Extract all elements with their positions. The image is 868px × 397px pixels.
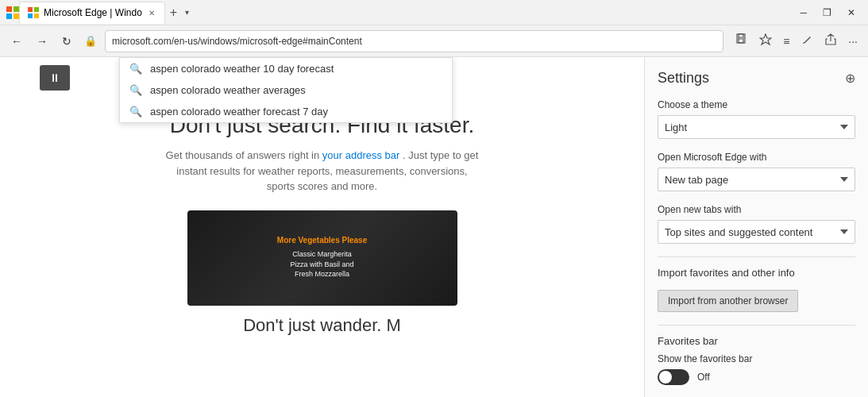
url-text: microsoft.com/en-us/windows/microsoft-ed… xyxy=(112,36,716,47)
forward-button[interactable]: → xyxy=(32,32,52,51)
import-button[interactable]: Import from another browser xyxy=(658,290,798,312)
title-bar: Microsoft Edge | Windo ✕ + ▾ ─ ❐ ✕ xyxy=(0,0,868,25)
open-with-label: Open Microsoft Edge with xyxy=(658,152,855,163)
svg-rect-0 xyxy=(6,6,12,12)
back-button[interactable]: ← xyxy=(6,32,27,51)
share-icon xyxy=(824,33,837,46)
favorites-toggle-row: Off xyxy=(658,369,855,385)
reading-list-icon xyxy=(735,33,748,46)
search-icon-0: 🔍 xyxy=(129,63,142,75)
star-icon xyxy=(759,33,772,46)
preview-title: More Vegetables Please xyxy=(277,236,367,245)
window-controls: ─ ❐ ✕ xyxy=(793,4,862,21)
settings-close-button[interactable]: ⊕ xyxy=(845,71,855,86)
svg-rect-3 xyxy=(14,13,19,19)
tab-area: Microsoft Edge | Windo ✕ + ▾ xyxy=(19,2,793,24)
theme-select[interactable]: Light Dark System default xyxy=(658,115,855,139)
new-tab-button[interactable]: + xyxy=(165,4,182,21)
address-bar-row: ← → ↻ 🔒 microsoft.com/en-us/windows/micr… xyxy=(0,25,868,57)
import-section: Import favorites and other info Import f… xyxy=(658,267,855,312)
settings-title: Settings xyxy=(658,70,709,87)
hero-subtitle: Get thousands of answers right in your a… xyxy=(164,148,481,195)
favorites-button[interactable] xyxy=(755,30,776,52)
screenshot-preview: More Vegetables Please Classic Margherit… xyxy=(187,210,457,306)
autocomplete-item-1[interactable]: 🔍 aspen colorado weather averages xyxy=(120,79,452,101)
toggle-thumb xyxy=(659,371,672,384)
active-tab[interactable]: Microsoft Edge | Windo ✕ xyxy=(19,2,165,24)
autocomplete-text-2: aspen colorado weather forecast 7 day xyxy=(150,106,328,118)
svg-rect-6 xyxy=(28,13,33,18)
pause-button[interactable]: ⏸ xyxy=(40,65,70,91)
preview-inner: More Vegetables Please Classic Margherit… xyxy=(187,210,457,306)
second-title: Don't just wander. M xyxy=(243,315,401,336)
favorites-bar-title: Favorites bar xyxy=(658,335,855,347)
settings-divider-2 xyxy=(658,325,855,326)
favorites-bar-section: Favorites bar Show the favorites bar Off xyxy=(658,335,855,385)
preview-subtitle: Classic MargheritaPizza with Basil andFr… xyxy=(277,249,367,279)
toolbar-icons: ≡ ··· xyxy=(731,30,862,52)
hero-subtitle-highlight: your address bar xyxy=(322,149,400,161)
browser-content: 🔍 aspen colorado weather 10 day forecast… xyxy=(0,57,644,397)
lock-icon: 🔒 xyxy=(81,35,100,47)
svg-rect-7 xyxy=(34,13,39,18)
edge-favicon xyxy=(6,6,19,19)
autocomplete-dropdown: 🔍 aspen colorado weather 10 day forecast… xyxy=(119,57,453,123)
reading-list-button[interactable] xyxy=(731,30,752,52)
hero-subtitle-part1: Get thousands of answers right in xyxy=(166,149,322,161)
settings-header: Settings ⊕ xyxy=(658,70,855,87)
favorites-bar-toggle[interactable] xyxy=(658,369,689,385)
notes-icon xyxy=(800,33,813,46)
toggle-off-label: Off xyxy=(697,372,710,383)
import-title: Import favorites and other info xyxy=(658,267,855,279)
title-bar-left xyxy=(6,6,19,19)
tab-title: Microsoft Edge | Windo xyxy=(44,7,142,18)
show-favorites-label: Show the favorites bar xyxy=(658,353,855,364)
svg-marker-12 xyxy=(760,34,771,44)
hub-button[interactable]: ≡ xyxy=(779,32,793,51)
open-new-tab-select[interactable]: Top sites and suggested content Top site… xyxy=(658,220,855,244)
settings-divider-1 xyxy=(658,256,855,257)
address-box[interactable]: microsoft.com/en-us/windows/microsoft-ed… xyxy=(105,30,723,52)
svg-rect-4 xyxy=(28,7,33,12)
share-button[interactable] xyxy=(820,30,841,52)
more-button[interactable]: ··· xyxy=(844,32,862,51)
search-icon-2: 🔍 xyxy=(129,106,142,118)
restore-button[interactable]: ❐ xyxy=(816,4,838,21)
settings-panel: Settings ⊕ Choose a theme Light Dark Sys… xyxy=(644,57,868,397)
main-area: 🔍 aspen colorado weather 10 day forecast… xyxy=(0,57,868,397)
svg-rect-1 xyxy=(14,6,19,12)
open-with-select[interactable]: New tab page Previous pages A specific p… xyxy=(658,168,855,191)
svg-rect-2 xyxy=(6,13,12,19)
autocomplete-text-0: aspen colorado weather 10 day forecast xyxy=(150,63,334,75)
open-with-section: Open Microsoft Edge with New tab page Pr… xyxy=(658,152,855,191)
theme-label: Choose a theme xyxy=(658,99,855,110)
close-button[interactable]: ✕ xyxy=(841,4,862,21)
open-new-tab-section: Open new tabs with Top sites and suggest… xyxy=(658,204,855,244)
autocomplete-item-2[interactable]: 🔍 aspen colorado weather forecast 7 day xyxy=(120,101,452,122)
tab-close-btn[interactable]: ✕ xyxy=(147,7,156,19)
autocomplete-text-1: aspen colorado weather averages xyxy=(150,84,306,96)
search-icon-1: 🔍 xyxy=(129,84,142,96)
open-new-tab-label: Open new tabs with xyxy=(658,204,855,215)
refresh-button[interactable]: ↻ xyxy=(57,32,76,51)
svg-rect-5 xyxy=(34,7,39,12)
notes-button[interactable] xyxy=(797,30,817,52)
tab-dropdown-button[interactable]: ▾ xyxy=(182,6,192,18)
svg-line-13 xyxy=(803,42,804,44)
autocomplete-item-0[interactable]: 🔍 aspen colorado weather 10 day forecast xyxy=(120,58,452,79)
tab-favicon xyxy=(28,7,39,18)
theme-section: Choose a theme Light Dark System default xyxy=(658,99,855,139)
minimize-button[interactable]: ─ xyxy=(793,4,813,21)
